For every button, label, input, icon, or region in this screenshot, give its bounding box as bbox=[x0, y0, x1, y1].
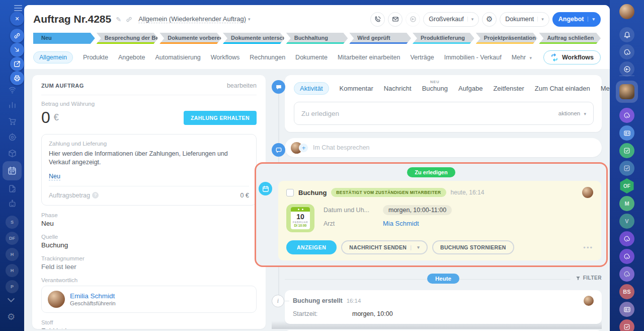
active-chat-avatar[interactable] bbox=[616, 81, 638, 103]
link-icon[interactable] bbox=[126, 16, 132, 23]
crm-item[interactable] bbox=[619, 231, 634, 246]
sales-mode-select[interactable]: Großverkauf ▾ bbox=[423, 12, 479, 27]
stage-item[interactable]: Neu bbox=[33, 33, 95, 44]
contact-center-icon[interactable] bbox=[8, 86, 17, 94]
stage-item[interactable]: Auftrag schließen bbox=[539, 33, 601, 44]
tab-angebote[interactable]: Angebote bbox=[118, 54, 145, 61]
tab-automatisierung[interactable]: Automatisierung bbox=[155, 54, 200, 61]
settings-button[interactable]: ⚙ bbox=[482, 12, 497, 27]
activity-tab-more[interactable]: Mehr ▾ bbox=[601, 85, 610, 92]
activity-tab-kommentar[interactable]: Kommentar bbox=[340, 85, 373, 92]
activity-tab-aktivitaet[interactable]: Aktivität bbox=[294, 82, 329, 95]
activity-tab-nachricht[interactable]: Nachricht bbox=[384, 85, 412, 92]
actions-dropdown[interactable]: aktionen ▾ bbox=[558, 110, 586, 116]
payment-received-button[interactable]: ZAHLUNG ERHALTEN bbox=[184, 111, 257, 125]
todo-input[interactable]: Zu erledigen aktionen ▾ bbox=[294, 102, 594, 125]
tasks-item[interactable] bbox=[619, 143, 634, 158]
workspace-badge[interactable]: BS bbox=[619, 284, 634, 299]
responsible-card[interactable]: Emilia Schmidt Geschäftsführerin bbox=[41, 286, 257, 313]
printer-icon bbox=[14, 75, 21, 82]
stage-item[interactable]: Dokumente vorbereit... bbox=[159, 33, 221, 44]
activity-tab-aufgabe[interactable]: Aufgabe bbox=[458, 85, 482, 92]
rail-avatar-badge[interactable]: S bbox=[6, 216, 19, 229]
tab-more[interactable]: Mehr ▾ bbox=[512, 54, 532, 61]
chat-history-button[interactable] bbox=[619, 61, 634, 77]
chat-input[interactable]: + Im Chat besprechen bbox=[285, 138, 602, 157]
rail-settings-icon[interactable]: ⚙ bbox=[7, 311, 15, 322]
envelope-icon bbox=[392, 16, 399, 23]
tab-immobilien-verkauf[interactable]: Immobilien - Verkauf bbox=[444, 54, 502, 61]
rail-avatar-badge[interactable]: H bbox=[6, 248, 19, 261]
workspace-badge[interactable]: OF bbox=[619, 178, 634, 193]
stage-item[interactable]: Dokumente untersch... bbox=[223, 33, 285, 44]
tab-allgemein[interactable]: Allgemein bbox=[33, 51, 73, 63]
more-options-icon[interactable]: ••• bbox=[583, 244, 593, 251]
cancel-booking-button[interactable]: BUCHUNG STORNIEREN bbox=[432, 240, 514, 254]
stage-item[interactable]: Besprechung der Bes... bbox=[97, 33, 158, 44]
close-button[interactable]: × bbox=[10, 12, 24, 26]
workspace-badge[interactable]: V bbox=[619, 214, 634, 229]
rail-avatar-badge[interactable]: DF bbox=[6, 232, 19, 245]
rail-avatar-badge[interactable]: H bbox=[6, 264, 19, 277]
chat-button[interactable] bbox=[406, 12, 420, 27]
tasks-item[interactable] bbox=[619, 319, 634, 331]
stage-item[interactable]: Projektpräsentation bbox=[476, 33, 538, 44]
stage-item[interactable]: Produktlieferung bbox=[413, 33, 474, 44]
stage-item[interactable]: Buchhaltung bbox=[286, 33, 348, 44]
send-message-button[interactable]: NACHRICHT SENDEN | ▾ bbox=[341, 240, 428, 254]
today-pill[interactable]: Heute bbox=[427, 274, 459, 284]
pipeline-selector[interactable]: Allgemein (Wiederkehrender Auftrag) bbox=[138, 15, 246, 23]
workflows-button[interactable]: Workflows bbox=[543, 50, 601, 64]
crm-spiral-button[interactable] bbox=[619, 44, 634, 59]
crm-item[interactable] bbox=[619, 249, 634, 264]
notifications-button[interactable] bbox=[619, 27, 634, 42]
responsible-name[interactable]: Emilia Schmidt bbox=[70, 292, 116, 300]
tab-rechnungen[interactable]: Rechnungen bbox=[250, 54, 285, 61]
robot-icon[interactable] bbox=[8, 200, 17, 208]
print-button[interactable] bbox=[10, 71, 24, 85]
forward-button[interactable] bbox=[10, 43, 24, 57]
booking-calendar-rail-item[interactable] bbox=[3, 161, 22, 180]
doctor-link[interactable]: Mia Schmidt bbox=[383, 220, 419, 227]
analytics-icon[interactable] bbox=[8, 101, 17, 109]
tab-dokumente[interactable]: Dokumente bbox=[295, 54, 328, 61]
help-icon[interactable]: ? bbox=[92, 192, 99, 198]
stage-item[interactable]: Wird geprüft bbox=[349, 33, 411, 44]
crm-item[interactable] bbox=[619, 108, 634, 123]
edit-link[interactable]: bearbeiten bbox=[227, 82, 257, 89]
call-button[interactable] bbox=[370, 12, 385, 27]
chat-bubble-icon bbox=[272, 143, 285, 157]
rail-avatar-badge[interactable]: P bbox=[6, 280, 19, 293]
email-button[interactable] bbox=[388, 12, 403, 27]
filter-button[interactable]: FILTER bbox=[571, 275, 602, 281]
document-edit-icon[interactable] bbox=[8, 184, 17, 193]
cart-icon[interactable] bbox=[8, 117, 17, 125]
booking-checkbox[interactable] bbox=[286, 189, 294, 196]
chevron-down-icon[interactable] bbox=[8, 295, 15, 302]
tab-mitarbeiter-einarbeiten[interactable]: Mitarbeiter einarbeiten bbox=[338, 54, 400, 61]
copy-link-button[interactable] bbox=[10, 29, 24, 43]
tab-vertraege[interactable]: Verträge bbox=[410, 54, 434, 61]
entry-time: 16:14 bbox=[347, 298, 361, 304]
timeline-entry[interactable]: i Buchung erstellt 16:14 Startzeit: morg… bbox=[285, 290, 602, 324]
activity-tab-zum-chat-einladen[interactable]: Zum Chat einladen bbox=[535, 85, 590, 92]
activity-tab-zeitfenster[interactable]: Zeitfenster bbox=[493, 85, 524, 92]
target-icon[interactable] bbox=[8, 133, 17, 142]
contacts-item[interactable] bbox=[619, 125, 634, 141]
activity-tab-buchung[interactable]: NEU Buchung bbox=[422, 85, 448, 92]
open-new-window-button[interactable] bbox=[10, 57, 24, 71]
package-icon[interactable] bbox=[8, 149, 17, 158]
crm-item[interactable] bbox=[619, 267, 634, 282]
workspace-badge[interactable]: M bbox=[619, 196, 634, 211]
document-select[interactable]: Dokument ▾ bbox=[500, 12, 549, 27]
show-booking-button[interactable]: ANZEIGEN bbox=[286, 240, 337, 254]
offer-button[interactable]: Angebot ▾ bbox=[552, 12, 601, 27]
add-participant-icon[interactable]: + bbox=[299, 143, 308, 153]
edit-title-icon[interactable]: ✎ bbox=[116, 16, 121, 23]
user-avatar[interactable] bbox=[619, 4, 634, 19]
tasks-item[interactable] bbox=[619, 161, 634, 176]
new-payment-link[interactable]: Neu bbox=[49, 173, 60, 180]
tab-workflows[interactable]: Workflows bbox=[211, 54, 239, 61]
tab-produkte[interactable]: Produkte bbox=[83, 54, 108, 61]
contacts-item[interactable] bbox=[619, 302, 634, 317]
